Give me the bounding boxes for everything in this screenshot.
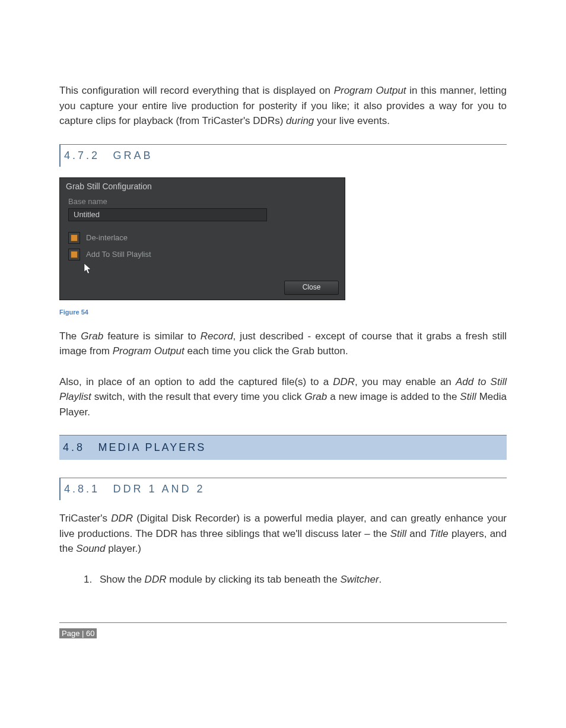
section-heading-ddr: 4.8.1 DDR 1 AND 2 xyxy=(59,478,507,500)
checkbox-check-icon xyxy=(71,234,78,241)
text-emphasis: Still xyxy=(460,391,476,402)
section-title: DDR 1 AND 2 xyxy=(113,483,205,495)
section-number: 4.8.1 xyxy=(64,483,100,495)
text-emphasis: Still xyxy=(390,528,406,539)
section-heading-media-players: 4.8 MEDIA PLAYERS xyxy=(59,435,507,460)
footer-rule xyxy=(59,622,507,623)
text-emphasis: Program Output xyxy=(334,85,406,96)
text: player.) xyxy=(106,543,141,554)
section-title: GRAB xyxy=(113,150,153,161)
text-emphasis: DDR xyxy=(145,574,167,585)
text-emphasis: Grab xyxy=(304,391,327,402)
list-item: Show the DDR module by clicking its tab … xyxy=(95,572,507,587)
add-to-still-checkbox[interactable] xyxy=(68,249,80,260)
close-button[interactable]: Close xyxy=(284,281,339,295)
text-emphasis: Grab xyxy=(81,330,103,342)
deinterlace-checkbox[interactable] xyxy=(68,232,80,244)
text: Also, in place of an option to add the c… xyxy=(59,376,333,387)
base-name-input[interactable] xyxy=(68,208,267,221)
checkbox-check-icon xyxy=(71,251,78,258)
deinterlace-label: De-interlace xyxy=(86,233,128,242)
add-to-still-row[interactable]: Add To Still Playlist xyxy=(68,249,339,260)
page-footer: Page | 60 xyxy=(59,628,97,638)
text-emphasis: Switcher xyxy=(340,574,379,585)
text: your live events. xyxy=(314,115,390,126)
mouse-cursor-icon xyxy=(84,263,92,275)
text: each time you click the Grab button. xyxy=(185,345,348,357)
figure-caption: Figure 54 xyxy=(59,309,507,316)
text-emphasis: Sound xyxy=(76,543,105,554)
panel-body: Base name De-interlace Add To Still Play… xyxy=(60,193,345,281)
numbered-list: Show the DDR module by clicking its tab … xyxy=(59,572,507,587)
text-emphasis: during xyxy=(286,115,314,126)
panel-title: Grab Still Configuration xyxy=(60,178,345,193)
text: a new image is added to the xyxy=(327,391,460,402)
text: , you may enable an xyxy=(355,376,456,387)
text: and xyxy=(406,528,430,539)
grab-still-configuration-panel: Grab Still Configuration Base name De-in… xyxy=(59,177,345,300)
text-emphasis: DDR xyxy=(111,513,133,524)
section-title: MEDIA PLAYERS xyxy=(98,441,206,453)
text: module by clicking its tab beneath the xyxy=(166,574,340,585)
cursor-wrap xyxy=(84,263,339,275)
grab-paragraph-1: The Grab feature is similar to Record, j… xyxy=(59,329,507,359)
button-row: Close xyxy=(60,281,345,300)
text-emphasis: DDR xyxy=(333,376,355,387)
ddr-paragraph: TriCaster's DDR (Digital Disk Recorder) … xyxy=(59,511,507,557)
add-to-still-label: Add To Still Playlist xyxy=(86,250,151,259)
intro-paragraph: This configuration will record everythin… xyxy=(59,83,507,129)
section-heading-grab: 4.7.2 GRAB xyxy=(59,144,507,167)
text: feature is similar to xyxy=(103,330,201,342)
text: switch, with the result that every time … xyxy=(91,391,305,402)
text: . xyxy=(379,574,382,585)
text: TriCaster's xyxy=(59,513,111,524)
section-number: 4.8 xyxy=(63,441,85,453)
base-name-label: Base name xyxy=(68,197,339,206)
text: The xyxy=(59,330,81,342)
text-emphasis: Record xyxy=(201,330,233,342)
grab-paragraph-2: Also, in place of an option to add the c… xyxy=(59,374,507,420)
text-emphasis: Title xyxy=(430,528,449,539)
section-number: 4.7.2 xyxy=(64,150,100,161)
text: This configuration will record everythin… xyxy=(59,85,334,96)
text-emphasis: Program Output xyxy=(113,345,185,357)
text: Show the xyxy=(100,574,145,585)
deinterlace-row[interactable]: De-interlace xyxy=(68,232,339,244)
page: This configuration will record everythin… xyxy=(0,0,566,728)
